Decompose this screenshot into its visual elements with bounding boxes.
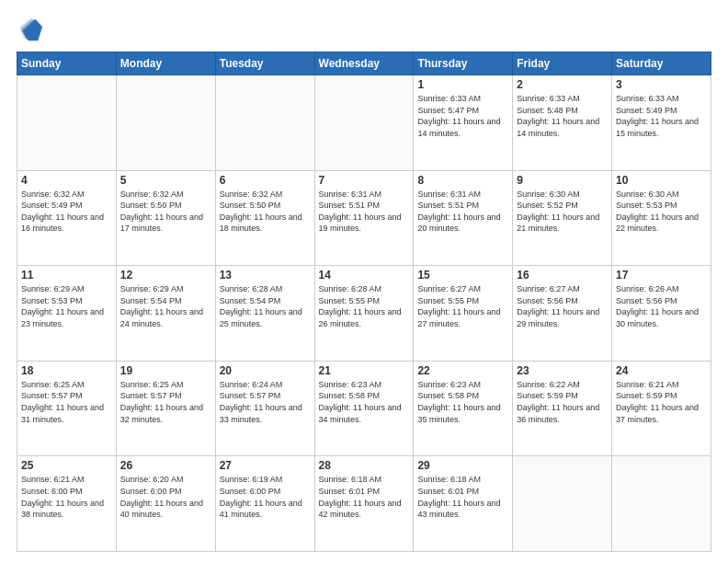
calendar-day-header: Sunday bbox=[17, 52, 117, 75]
calendar-week-row: 18Sunrise: 6:25 AM Sunset: 5:57 PM Dayli… bbox=[17, 361, 711, 456]
day-number: 19 bbox=[120, 364, 211, 377]
day-info: Sunrise: 6:25 AM Sunset: 5:57 PM Dayligh… bbox=[120, 379, 211, 425]
day-number: 27 bbox=[220, 459, 311, 472]
day-info: Sunrise: 6:29 AM Sunset: 5:54 PM Dayligh… bbox=[120, 283, 211, 329]
day-info: Sunrise: 6:31 AM Sunset: 5:51 PM Dayligh… bbox=[417, 189, 508, 235]
calendar-day-header: Thursday bbox=[414, 52, 513, 75]
day-info: Sunrise: 6:23 AM Sunset: 5:58 PM Dayligh… bbox=[417, 379, 508, 425]
day-number: 28 bbox=[319, 459, 410, 472]
calendar-cell: 5Sunrise: 6:32 AM Sunset: 5:50 PM Daylig… bbox=[116, 170, 215, 266]
calendar-week-row: 4Sunrise: 6:32 AM Sunset: 5:49 PM Daylig… bbox=[17, 170, 711, 266]
calendar-cell: 6Sunrise: 6:32 AM Sunset: 5:50 PM Daylig… bbox=[215, 170, 314, 266]
day-info: Sunrise: 6:27 AM Sunset: 5:56 PM Dayligh… bbox=[517, 283, 608, 329]
day-info: Sunrise: 6:30 AM Sunset: 5:53 PM Dayligh… bbox=[616, 189, 707, 235]
calendar-cell: 27Sunrise: 6:19 AM Sunset: 6:00 PM Dayli… bbox=[215, 456, 314, 552]
logo bbox=[17, 17, 46, 42]
day-info: Sunrise: 6:28 AM Sunset: 5:54 PM Dayligh… bbox=[220, 283, 311, 329]
day-info: Sunrise: 6:18 AM Sunset: 6:01 PM Dayligh… bbox=[319, 474, 410, 520]
day-number: 2 bbox=[517, 78, 608, 91]
day-number: 24 bbox=[616, 364, 707, 377]
day-number: 13 bbox=[220, 269, 311, 282]
calendar-cell: 4Sunrise: 6:32 AM Sunset: 5:49 PM Daylig… bbox=[17, 170, 117, 266]
day-info: Sunrise: 6:31 AM Sunset: 5:51 PM Dayligh… bbox=[319, 189, 410, 235]
calendar-cell bbox=[513, 456, 612, 552]
calendar-cell: 29Sunrise: 6:18 AM Sunset: 6:01 PM Dayli… bbox=[414, 456, 513, 552]
day-info: Sunrise: 6:22 AM Sunset: 5:59 PM Dayligh… bbox=[517, 379, 608, 425]
calendar-cell: 17Sunrise: 6:26 AM Sunset: 5:56 PM Dayli… bbox=[612, 266, 711, 362]
day-info: Sunrise: 6:19 AM Sunset: 6:00 PM Dayligh… bbox=[220, 474, 311, 520]
calendar-day-header: Monday bbox=[116, 52, 215, 75]
calendar-cell: 3Sunrise: 6:33 AM Sunset: 5:49 PM Daylig… bbox=[612, 75, 711, 171]
calendar-day-header: Friday bbox=[513, 52, 612, 75]
day-number: 4 bbox=[21, 174, 112, 187]
day-info: Sunrise: 6:32 AM Sunset: 5:50 PM Dayligh… bbox=[220, 189, 311, 235]
day-number: 26 bbox=[120, 459, 211, 472]
day-number: 25 bbox=[21, 459, 112, 472]
calendar-cell: 20Sunrise: 6:24 AM Sunset: 5:57 PM Dayli… bbox=[215, 361, 314, 456]
logo-icon bbox=[17, 17, 42, 42]
calendar-cell: 9Sunrise: 6:30 AM Sunset: 5:52 PM Daylig… bbox=[513, 170, 612, 266]
calendar-cell: 11Sunrise: 6:29 AM Sunset: 5:53 PM Dayli… bbox=[17, 266, 117, 362]
calendar-header-row: SundayMondayTuesdayWednesdayThursdayFrid… bbox=[17, 52, 711, 75]
calendar-cell bbox=[314, 75, 414, 171]
calendar-cell: 21Sunrise: 6:23 AM Sunset: 5:58 PM Dayli… bbox=[314, 361, 414, 456]
day-info: Sunrise: 6:27 AM Sunset: 5:55 PM Dayligh… bbox=[417, 283, 508, 329]
calendar-cell bbox=[116, 75, 215, 171]
calendar-cell: 23Sunrise: 6:22 AM Sunset: 5:59 PM Dayli… bbox=[513, 361, 612, 456]
day-info: Sunrise: 6:20 AM Sunset: 6:00 PM Dayligh… bbox=[120, 474, 211, 520]
calendar-day-header: Wednesday bbox=[314, 52, 414, 75]
calendar-cell: 24Sunrise: 6:21 AM Sunset: 5:59 PM Dayli… bbox=[612, 361, 711, 456]
day-number: 12 bbox=[120, 269, 211, 282]
day-number: 6 bbox=[220, 174, 311, 187]
day-number: 7 bbox=[319, 174, 410, 187]
day-number: 9 bbox=[517, 174, 608, 187]
calendar-cell: 7Sunrise: 6:31 AM Sunset: 5:51 PM Daylig… bbox=[314, 170, 414, 266]
day-number: 3 bbox=[616, 78, 707, 91]
calendar-day-header: Saturday bbox=[612, 52, 711, 75]
day-number: 17 bbox=[616, 269, 707, 282]
day-number: 20 bbox=[220, 364, 311, 377]
calendar-week-row: 1Sunrise: 6:33 AM Sunset: 5:47 PM Daylig… bbox=[17, 75, 711, 171]
calendar-cell bbox=[215, 75, 314, 171]
header bbox=[17, 17, 711, 42]
calendar-cell: 26Sunrise: 6:20 AM Sunset: 6:00 PM Dayli… bbox=[116, 456, 215, 552]
day-info: Sunrise: 6:29 AM Sunset: 5:53 PM Dayligh… bbox=[21, 283, 112, 329]
day-number: 8 bbox=[417, 174, 508, 187]
calendar-cell: 2Sunrise: 6:33 AM Sunset: 5:48 PM Daylig… bbox=[513, 75, 612, 171]
calendar-cell: 22Sunrise: 6:23 AM Sunset: 5:58 PM Dayli… bbox=[414, 361, 513, 456]
calendar-day-header: Tuesday bbox=[215, 52, 314, 75]
day-info: Sunrise: 6:21 AM Sunset: 5:59 PM Dayligh… bbox=[616, 379, 707, 425]
day-number: 1 bbox=[417, 78, 508, 91]
calendar-cell: 13Sunrise: 6:28 AM Sunset: 5:54 PM Dayli… bbox=[215, 266, 314, 362]
day-info: Sunrise: 6:24 AM Sunset: 5:57 PM Dayligh… bbox=[220, 379, 311, 425]
calendar-cell: 14Sunrise: 6:28 AM Sunset: 5:55 PM Dayli… bbox=[314, 266, 414, 362]
day-number: 18 bbox=[21, 364, 112, 377]
day-info: Sunrise: 6:25 AM Sunset: 5:57 PM Dayligh… bbox=[21, 379, 112, 425]
calendar-cell: 28Sunrise: 6:18 AM Sunset: 6:01 PM Dayli… bbox=[314, 456, 414, 552]
day-info: Sunrise: 6:26 AM Sunset: 5:56 PM Dayligh… bbox=[616, 283, 707, 329]
calendar-cell: 10Sunrise: 6:30 AM Sunset: 5:53 PM Dayli… bbox=[612, 170, 711, 266]
calendar-cell: 25Sunrise: 6:21 AM Sunset: 6:00 PM Dayli… bbox=[17, 456, 117, 552]
day-number: 15 bbox=[417, 269, 508, 282]
calendar-cell: 16Sunrise: 6:27 AM Sunset: 5:56 PM Dayli… bbox=[513, 266, 612, 362]
day-number: 11 bbox=[21, 269, 112, 282]
day-number: 5 bbox=[120, 174, 211, 187]
calendar-cell bbox=[612, 456, 711, 552]
day-number: 23 bbox=[517, 364, 608, 377]
calendar-week-row: 25Sunrise: 6:21 AM Sunset: 6:00 PM Dayli… bbox=[17, 456, 711, 552]
day-number: 16 bbox=[517, 269, 608, 282]
calendar-cell: 15Sunrise: 6:27 AM Sunset: 5:55 PM Dayli… bbox=[414, 266, 513, 362]
day-info: Sunrise: 6:18 AM Sunset: 6:01 PM Dayligh… bbox=[417, 474, 508, 520]
day-info: Sunrise: 6:33 AM Sunset: 5:48 PM Dayligh… bbox=[517, 93, 608, 139]
page: SundayMondayTuesdayWednesdayThursdayFrid… bbox=[0, 0, 728, 563]
calendar-table: SundayMondayTuesdayWednesdayThursdayFrid… bbox=[17, 52, 711, 552]
day-info: Sunrise: 6:23 AM Sunset: 5:58 PM Dayligh… bbox=[319, 379, 410, 425]
day-info: Sunrise: 6:32 AM Sunset: 5:49 PM Dayligh… bbox=[21, 189, 112, 235]
day-info: Sunrise: 6:32 AM Sunset: 5:50 PM Dayligh… bbox=[120, 189, 211, 235]
day-info: Sunrise: 6:28 AM Sunset: 5:55 PM Dayligh… bbox=[319, 283, 410, 329]
day-number: 14 bbox=[319, 269, 410, 282]
day-number: 29 bbox=[417, 459, 508, 472]
calendar-cell: 18Sunrise: 6:25 AM Sunset: 5:57 PM Dayli… bbox=[17, 361, 117, 456]
day-info: Sunrise: 6:33 AM Sunset: 5:47 PM Dayligh… bbox=[417, 93, 508, 139]
day-info: Sunrise: 6:21 AM Sunset: 6:00 PM Dayligh… bbox=[21, 474, 112, 520]
